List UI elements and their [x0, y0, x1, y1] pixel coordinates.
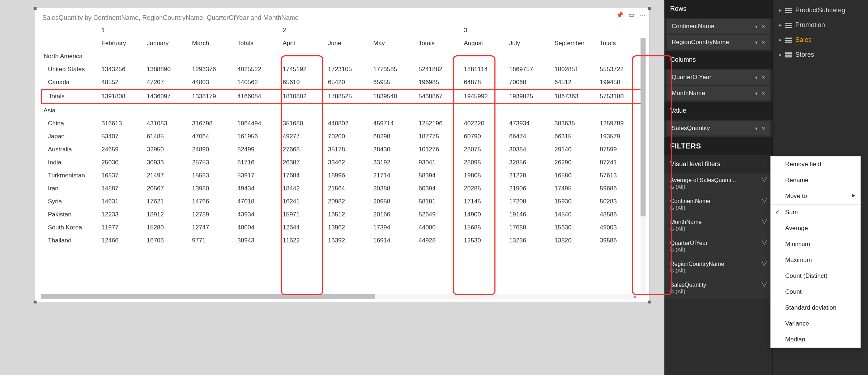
table-sales[interactable]: ▶Sales: [775, 33, 866, 47]
rows-field-continentname[interactable]: ContinentName▾✕: [667, 19, 770, 34]
menu-stdev[interactable]: Standard deviation: [771, 300, 860, 316]
columns-well-label: Columns: [664, 51, 773, 69]
table-productsubcateg[interactable]: ▶ProductSubcateg: [775, 3, 866, 18]
horizontal-scrollbar[interactable]: ◀ ▶: [41, 294, 637, 299]
rows-well-label: Rows: [664, 0, 773, 18]
columns-field-monthname[interactable]: MonthName▾✕: [667, 86, 770, 100]
field-menu-icon[interactable]: ▾: [755, 24, 758, 29]
filter-continentname[interactable]: ╲╱ContinentNameis (All): [664, 194, 773, 215]
vertical-scrollbar[interactable]: [641, 38, 646, 293]
resize-handle-bl[interactable]: [34, 301, 37, 303]
menu-maximum[interactable]: Maximum: [771, 252, 860, 268]
visual-level-filters-label: Visual level filters: [664, 155, 773, 173]
remove-field-icon[interactable]: ✕: [761, 126, 765, 131]
menu-count[interactable]: Count: [771, 284, 860, 300]
visual-title: SalesQuantity by ContinentName, RegionCo…: [35, 8, 649, 24]
menu-variance[interactable]: Variance: [771, 316, 860, 332]
table-stores[interactable]: ▶Stores: [775, 47, 866, 62]
menu-count-distinct[interactable]: Count (Distinct): [771, 268, 860, 284]
table-icon: [785, 38, 792, 43]
filter-salesquantity[interactable]: ╲╱SalesQuantityis (All): [664, 278, 773, 299]
menu-sum[interactable]: ✔Sum: [771, 204, 860, 220]
table-promotion[interactable]: ▶Promotion: [775, 18, 866, 33]
menu-average[interactable]: Average: [771, 220, 860, 236]
field-menu-icon[interactable]: ▾: [755, 91, 758, 96]
matrix-body: 123FebruaryJanuaryMarchTotalsAprilJuneMa…: [35, 24, 649, 247]
more-options-icon[interactable]: ⋯: [639, 11, 646, 19]
filter-regioncountryname[interactable]: ╲╱RegionCountryNameis (All): [664, 257, 773, 278]
expand-icon[interactable]: ▶: [779, 52, 782, 57]
remove-field-icon[interactable]: ✕: [761, 24, 765, 29]
rows-field-regioncountryname[interactable]: RegionCountryName▾✕: [667, 35, 770, 49]
remove-field-icon[interactable]: ✕: [761, 75, 765, 80]
report-canvas: 📌 ▭ ⋯ SalesQuantity by ContinentName, Re…: [0, 0, 664, 375]
value-field-salesquantity[interactable]: SalesQuantity▾✕: [667, 121, 770, 135]
table-icon: [785, 52, 792, 57]
filters-header: FILTERS: [664, 137, 773, 155]
menu-minimum[interactable]: Minimum: [771, 236, 860, 252]
table-icon: [785, 23, 792, 28]
remove-field-icon[interactable]: ✕: [761, 40, 765, 45]
field-menu-icon[interactable]: ▾: [755, 75, 758, 80]
aggregation-context-menu: Remove field Rename Move to▶ ✔Sum Averag…: [770, 156, 861, 348]
matrix-visual[interactable]: 📌 ▭ ⋯ SalesQuantity by ContinentName, Re…: [35, 8, 650, 302]
filter-average-of-salesquanti-[interactable]: ╲╱Average of SalesQuanti...is (All): [664, 173, 773, 194]
remove-field-icon[interactable]: ✕: [761, 91, 765, 96]
field-menu-icon[interactable]: ▾: [755, 126, 758, 131]
columns-field-quarterofyear[interactable]: QuarterOfYear▾✕: [667, 70, 770, 85]
resize-handle-br[interactable]: [648, 301, 651, 303]
menu-move-to[interactable]: Move to▶: [771, 188, 860, 204]
menu-remove-field[interactable]: Remove field: [771, 156, 860, 172]
scroll-right-icon[interactable]: ▶: [633, 294, 638, 299]
menu-rename[interactable]: Rename: [771, 172, 860, 188]
menu-median[interactable]: Median: [771, 332, 860, 348]
pin-icon[interactable]: 📌: [616, 11, 624, 19]
filter-monthname[interactable]: ╲╱MonthNameis (All): [664, 215, 773, 236]
expand-icon[interactable]: ▶: [779, 38, 782, 42]
visualizations-panel: Rows ContinentName▾✕RegionCountryName▾✕ …: [664, 0, 773, 375]
expand-icon[interactable]: ▶: [779, 23, 782, 27]
focus-mode-icon[interactable]: ▭: [629, 11, 634, 19]
table-icon: [785, 8, 792, 13]
resize-handle-tl[interactable]: [34, 7, 37, 10]
resize-handle-tr[interactable]: [648, 7, 651, 10]
filter-quarterofyear[interactable]: ╲╱QuarterOfYearis (All): [664, 236, 773, 257]
value-well-label: Value: [664, 102, 773, 120]
field-menu-icon[interactable]: ▾: [755, 40, 758, 45]
expand-icon[interactable]: ▶: [779, 8, 782, 13]
